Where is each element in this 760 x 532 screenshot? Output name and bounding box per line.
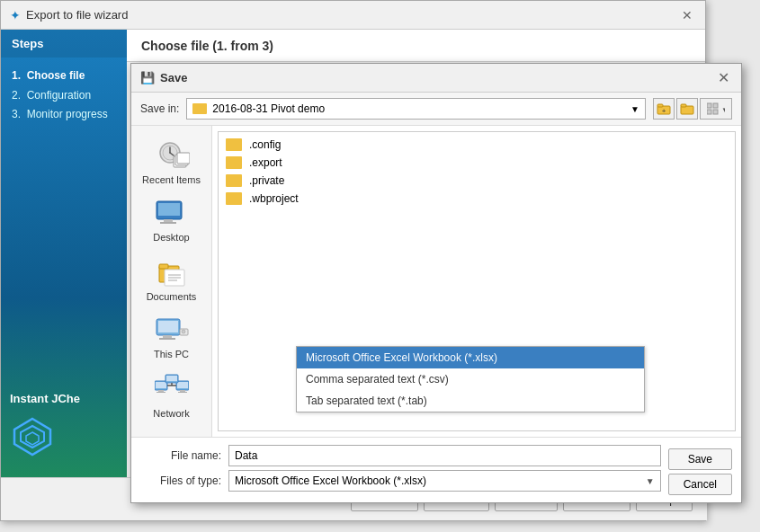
save-title: Save xyxy=(160,71,187,84)
svg-point-35 xyxy=(182,330,185,333)
svg-rect-8 xyxy=(707,103,711,108)
files-of-type-combo[interactable]: Microsoft Office Excel Workbook (*.xlsx)… xyxy=(228,470,661,492)
step-3: 3. Monitor progress xyxy=(12,105,116,125)
save-in-toolbar: + ▼ xyxy=(653,98,732,120)
svg-rect-21 xyxy=(158,203,180,216)
save-title-area: 💾 Save xyxy=(140,71,187,84)
save-rows-left: File name: Files of type: Microsoft Offi… xyxy=(140,445,661,495)
wizard-title-icon: ✦ xyxy=(10,8,21,22)
save-in-dropdown-arrow: ▼ xyxy=(630,104,639,114)
file-name-input[interactable] xyxy=(228,445,661,466)
brand-area: Instant JChe xyxy=(1,374,127,477)
svg-rect-38 xyxy=(158,390,164,392)
svg-rect-42 xyxy=(180,390,185,392)
svg-rect-33 xyxy=(159,338,175,340)
brand-text: Instant JChe xyxy=(10,392,80,405)
svg-rect-22 xyxy=(164,219,173,222)
svg-rect-43 xyxy=(178,392,187,393)
svg-rect-32 xyxy=(163,335,172,338)
files-of-type-value: Microsoft Office Excel Workbook (*.xlsx) xyxy=(235,474,426,487)
view-options-button[interactable]: ▼ xyxy=(700,98,732,120)
new-folder-button[interactable]: + xyxy=(653,98,675,120)
nav-desktop-label: Desktop xyxy=(153,232,189,243)
nav-network-label: Network xyxy=(153,408,189,419)
wizard-title: Export to file wizard xyxy=(26,8,128,22)
nav-this-pc-label: This PC xyxy=(154,349,189,359)
files-of-type-label: Files of type: xyxy=(140,474,221,487)
step-1: 1. Choose file xyxy=(12,66,116,86)
file-item-wbproject[interactable]: .wbproject xyxy=(219,190,735,208)
save-in-label: Save in: xyxy=(140,102,179,115)
file-name-wbproject: .wbproject xyxy=(249,192,299,205)
svg-rect-19 xyxy=(177,153,190,164)
svg-rect-10 xyxy=(707,110,711,114)
save-in-bar: Save in: 2016-08-31 Pivot demo ▼ + xyxy=(131,93,741,126)
cancel-save-button[interactable]: Cancel xyxy=(668,474,732,495)
save-dialog: 💾 Save ✕ Save in: 2016-08-31 Pivot demo … xyxy=(130,63,742,503)
svg-text:+: + xyxy=(662,107,666,115)
dropdown-option-csv[interactable]: Comma separated text (*.csv) xyxy=(297,368,644,390)
save-in-value: 2016-08-31 Pivot demo xyxy=(212,102,325,115)
svg-rect-23 xyxy=(160,222,176,224)
svg-marker-2 xyxy=(26,432,39,445)
file-name-label: File name: xyxy=(140,449,221,462)
svg-rect-37 xyxy=(156,382,166,388)
file-name-private: .private xyxy=(249,174,284,187)
save-in-combo[interactable]: 2016-08-31 Pivot demo ▼ xyxy=(186,98,646,120)
nav-recent-items-label: Recent Items xyxy=(142,174,201,185)
steps-list: 1. Choose file 2. Configuration 3. Monit… xyxy=(1,58,127,134)
file-item-config[interactable]: .config xyxy=(219,136,735,154)
toolbar-btn-2[interactable] xyxy=(676,98,698,120)
svg-text:▼: ▼ xyxy=(721,106,725,114)
nav-desktop[interactable]: Desktop xyxy=(136,194,208,248)
step-2: 2. Configuration xyxy=(12,86,116,106)
save-title-icon: 💾 xyxy=(140,71,155,84)
save-action-buttons: Save Cancel xyxy=(668,448,732,495)
svg-rect-39 xyxy=(156,392,165,393)
dropdown-option-xlsx-selected[interactable]: Microsoft Office Excel Workbook (*.xlsx) xyxy=(297,347,644,368)
files-of-type-dropdown: Microsoft Office Excel Workbook (*.xlsx)… xyxy=(296,346,645,412)
file-item-export[interactable]: .export xyxy=(219,154,735,172)
dropdown-option-tab[interactable]: Tab separated text (*.tab) xyxy=(297,390,644,412)
svg-rect-31 xyxy=(158,321,178,332)
save-close-icon[interactable]: ✕ xyxy=(714,69,732,87)
file-name-row: File name: xyxy=(140,445,661,466)
wizard-main-header: Choose file (1. from 3) xyxy=(127,30,705,62)
svg-rect-7 xyxy=(681,104,686,107)
nav-network[interactable]: Network xyxy=(136,368,208,424)
documents-icon xyxy=(156,257,188,288)
files-of-type-row: Files of type: Microsoft Office Excel Wo… xyxy=(140,470,661,492)
wizard-titlebar: ✦ Export to file wizard ✕ xyxy=(1,1,705,30)
folder-icon-wbproject xyxy=(226,192,242,205)
steps-panel: Steps 1. Choose file 2. Configuration 3.… xyxy=(1,30,127,477)
save-rows-and-buttons: File name: Files of type: Microsoft Offi… xyxy=(140,445,732,495)
svg-rect-25 xyxy=(159,264,168,269)
save-bottom: File name: Files of type: Microsoft Offi… xyxy=(131,437,741,502)
save-titlebar: 💾 Save ✕ xyxy=(131,64,741,93)
recent-items-icon xyxy=(154,138,190,171)
desktop-icon xyxy=(155,200,189,228)
nav-this-pc[interactable]: This PC xyxy=(136,311,208,365)
folder-icon-config xyxy=(226,138,242,151)
network-icon xyxy=(155,374,189,404)
nav-panel: Recent Items Desktop xyxy=(131,126,212,437)
folder-icon-private xyxy=(226,174,242,187)
file-name-config: .config xyxy=(249,138,281,151)
svg-rect-9 xyxy=(713,103,718,108)
svg-rect-45 xyxy=(166,376,177,381)
wizard-title-area: ✦ Export to file wizard xyxy=(10,8,128,22)
this-pc-icon xyxy=(155,316,189,345)
svg-rect-11 xyxy=(713,110,718,114)
combo-arrow-icon: ▼ xyxy=(646,476,655,486)
save-button[interactable]: Save xyxy=(668,448,732,470)
file-item-private[interactable]: .private xyxy=(219,172,735,190)
wizard-close-icon[interactable]: ✕ xyxy=(678,6,696,24)
folder-icon-small xyxy=(192,103,207,114)
brand-logo xyxy=(10,414,55,459)
nav-documents-label: Documents xyxy=(147,291,197,302)
nav-documents[interactable]: Documents xyxy=(136,252,208,307)
steps-header: Steps xyxy=(1,30,127,58)
svg-rect-41 xyxy=(177,382,188,388)
nav-recent-items[interactable]: Recent Items xyxy=(136,133,208,191)
file-name-export: .export xyxy=(249,156,282,169)
